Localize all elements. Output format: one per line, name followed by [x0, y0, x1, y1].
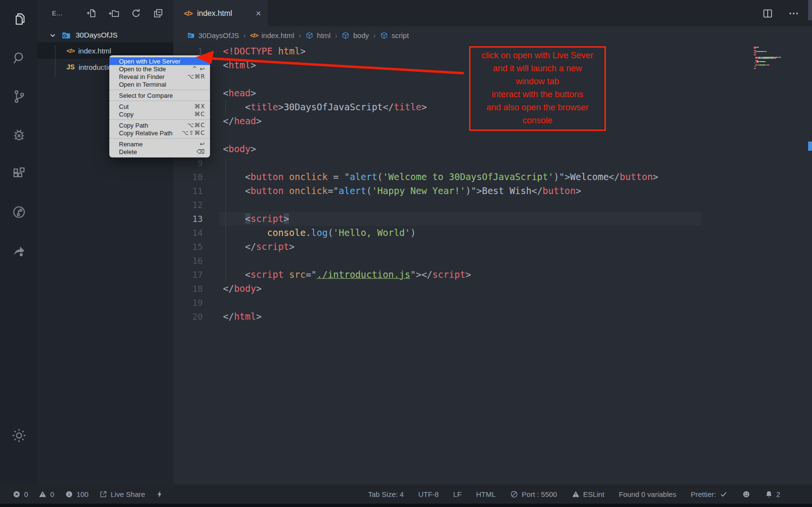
breadcrumb-separator: › [335, 31, 337, 39]
annotation-line: and it will launch a new [471, 62, 604, 75]
code-line: <!DOCTYPE html> [223, 44, 306, 58]
breadcrumb-30daysofjs[interactable]: 30DaysOfJS [187, 31, 239, 39]
new-file-icon[interactable] [86, 8, 97, 19]
menu-item-copy[interactable]: Copy⌘C [109, 110, 210, 118]
split-editor-icon[interactable] [762, 8, 773, 19]
folder-row-30daysofjs[interactable]: 30DaysOfJS [38, 28, 173, 42]
annotation-box: click on open with Live Sever and it wil… [469, 46, 606, 131]
menu-item-cut[interactable]: Cut⌘X [109, 103, 210, 110]
status-utf-8[interactable]: UTF-8 [418, 490, 439, 498]
menu-item-label: Reveal in Finder [119, 73, 165, 80]
code-line: <body> [223, 142, 256, 156]
menu-item-shortcut: ⌥⌘C [187, 122, 205, 129]
status-port-5500[interactable]: Port : 5500 [510, 490, 557, 498]
line-number: 13 [173, 212, 203, 226]
activity-item-run-debug[interactable] [0, 116, 38, 154]
status-label: UTF-8 [418, 490, 439, 498]
tab-bar: </> index.html × [173, 0, 812, 26]
menu-item-delete[interactable]: Delete⌫ [109, 148, 210, 156]
html-file-icon: </> [250, 32, 258, 39]
status-label: 100 [77, 490, 89, 498]
search-icon [12, 51, 26, 65]
minimap[interactable] [754, 47, 796, 69]
breadcrumb-html[interactable]: html [305, 31, 330, 39]
breadcrumb-script[interactable]: script [380, 31, 409, 39]
breadcrumb-body[interactable]: body [341, 31, 369, 39]
status-100[interactable]: 100 [65, 490, 89, 498]
breadcrumb-index-html[interactable]: </>index.html [250, 31, 294, 39]
menu-item-label: Open in Terminal [119, 81, 166, 88]
html-file-icon: </> [66, 47, 75, 54]
menu-item-copy-path[interactable]: Copy Path⌥⌘C [109, 121, 210, 129]
status-eslint[interactable]: ESLint [572, 490, 604, 498]
code-line: <script src="./introduction.js"></script… [223, 268, 471, 282]
menu-item-select-for-compare[interactable]: Select for Compare [109, 91, 210, 99]
status-html[interactable]: HTML [476, 490, 496, 498]
file-label: index.html [79, 47, 111, 55]
menu-item-reveal-in-finder[interactable]: Reveal in Finder⌥⌘R [109, 73, 210, 80]
activity-item-settings[interactable] [0, 416, 38, 455]
more-icon[interactable] [788, 8, 799, 19]
menu-item-shortcut: ⌘X [195, 103, 205, 110]
refresh-icon[interactable] [131, 8, 142, 19]
explorer-title: E… [52, 10, 63, 17]
menu-item-open-with-live-server[interactable]: Open with Live Server [109, 57, 210, 65]
status-0[interactable]: 0 [39, 490, 54, 498]
collapse-all-icon[interactable] [153, 8, 164, 19]
folder-label: 30DaysOfJS [76, 31, 118, 39]
info-circle-icon [65, 490, 73, 498]
status-lightning[interactable] [156, 490, 164, 498]
menu-item-label: Copy Relative Path [119, 130, 172, 137]
breadcrumb: 30DaysOfJS›</>index.html›html›body›scrip… [173, 26, 812, 44]
status-tab-size-4[interactable]: Tab Size: 4 [368, 490, 404, 498]
menu-divider [109, 90, 210, 90]
status-label: Live Share [111, 490, 145, 498]
activity-item-live-share[interactable] [0, 231, 38, 270]
status-label: Tab Size: 4 [368, 490, 404, 498]
warning-triangle-icon [572, 490, 580, 498]
menu-item-label: Open with Live Server [119, 58, 181, 65]
line-number: 19 [173, 296, 203, 310]
status-live-share[interactable]: Live Share [99, 490, 145, 498]
menu-item-open-in-terminal[interactable]: Open in Terminal [109, 80, 210, 88]
line-number: 10 [173, 170, 203, 184]
status-found-0-variables[interactable]: Found 0 variables [619, 490, 676, 498]
activity-item-timeline[interactable] [0, 193, 38, 231]
new-folder-icon[interactable] [108, 8, 119, 19]
activity-bar [0, 0, 38, 484]
status-0[interactable]: 0 [13, 490, 28, 498]
close-icon[interactable]: × [256, 8, 261, 19]
status-label: 0 [24, 490, 28, 498]
annotation-line: interact with the buttons [471, 88, 604, 101]
line-number: 9 [173, 156, 203, 170]
menu-item-copy-relative-path[interactable]: Copy Relative Path⌥⇧⌘C [109, 129, 210, 137]
activity-item-extensions[interactable] [0, 154, 38, 193]
js-file-icon: JS [66, 63, 75, 71]
tab-index-html[interactable]: </> index.html × [173, 0, 268, 26]
menu-item-label: Rename [119, 141, 143, 148]
status-prettier[interactable]: Prettier: [691, 490, 728, 498]
window-edge [0, 504, 812, 507]
activity-item-explorer[interactable] [0, 0, 38, 39]
breadcrumb-separator: › [243, 31, 246, 39]
files-icon [12, 12, 26, 27]
scrollbar-thumb[interactable] [808, 0, 812, 20]
activity-item-search[interactable] [0, 39, 38, 77]
menu-item-open-to-the-side[interactable]: Open to the Side^ ↩ [109, 65, 210, 73]
gear-icon [12, 428, 26, 443]
indent-guide [225, 156, 226, 282]
explorer-toolbar [86, 8, 164, 19]
menu-item-label: Cut [119, 103, 129, 110]
code-line: </head> [223, 114, 262, 128]
line-number: 11 [173, 184, 203, 198]
status-smiley[interactable] [742, 490, 750, 498]
source-control-icon [12, 89, 26, 104]
status-lf[interactable]: LF [453, 490, 462, 498]
activity-item-source-control[interactable] [0, 77, 38, 116]
menu-item-rename[interactable]: Rename↩ [109, 140, 210, 148]
status-left: 00100Live Share [13, 490, 164, 498]
status-2[interactable]: 2 [765, 490, 780, 498]
circle-slash-icon [510, 490, 518, 498]
line-number: 20 [173, 310, 203, 324]
code-line: <html> [223, 58, 256, 72]
